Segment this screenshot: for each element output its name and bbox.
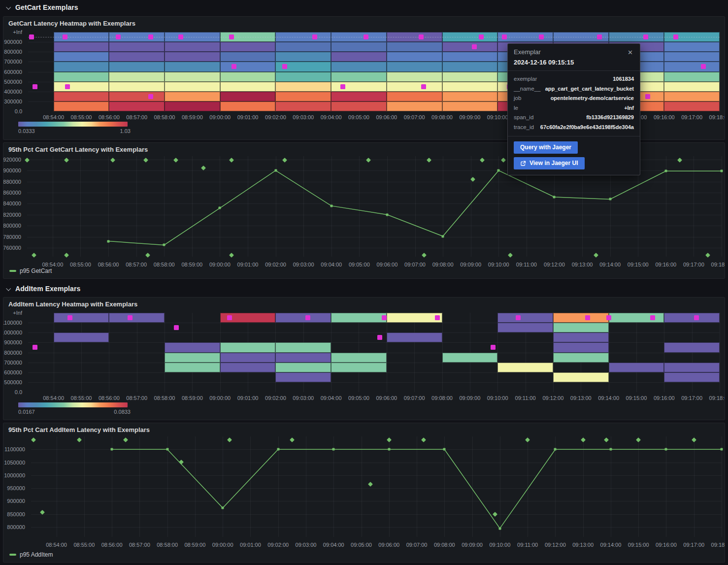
heatmap-cell — [442, 62, 498, 71]
x-tick-label: 09:08:00 — [431, 114, 453, 120]
exemplar-marker[interactable] — [435, 315, 440, 320]
exemplar-marker[interactable] — [539, 34, 544, 39]
y-tick-label: 1000000 — [4, 472, 25, 478]
exemplar-marker[interactable] — [701, 64, 706, 69]
x-tick-label: 09:18:00 — [711, 542, 725, 548]
x-tick-label: 09:06:00 — [376, 114, 397, 120]
query-with-jaeger-button[interactable]: Query with Jaeger — [514, 141, 578, 154]
data-point — [497, 169, 500, 172]
exemplar-marker[interactable] — [340, 84, 345, 89]
exemplar-marker[interactable] — [694, 315, 699, 320]
exemplar-marker[interactable] — [229, 34, 234, 39]
legend-item-p95-additem[interactable]: p95 AddItem — [9, 551, 53, 558]
exemplar-marker[interactable] — [178, 34, 183, 39]
y-tick-label: 0.0 — [15, 389, 22, 395]
exemplar-marker[interactable] — [312, 34, 317, 39]
close-icon[interactable]: ✕ — [626, 48, 635, 57]
y-tick-label: 900000 — [4, 39, 22, 45]
exemplar-marker[interactable] — [421, 84, 426, 89]
heatmap-cell — [497, 313, 553, 323]
exemplar-marker[interactable] — [232, 64, 236, 69]
exemplar-marker[interactable] — [516, 315, 521, 320]
gridline — [720, 313, 720, 392]
heatmap-cell — [220, 353, 276, 363]
section-header-additem[interactable]: AddItem Exemplars — [0, 281, 728, 296]
exemplar-marker[interactable] — [585, 315, 590, 320]
heatmap-cell — [664, 363, 720, 372]
heatmap-cell — [331, 101, 387, 111]
panel-title-additem-heatmap[interactable]: AddItem Latency Heatmap with Exemplars — [8, 300, 137, 308]
exemplar-marker[interactable] — [645, 94, 650, 99]
x-tick-label: 08:55:00 — [73, 542, 95, 548]
heatmap-cell — [275, 363, 331, 372]
panel-title-additem-p95[interactable]: 95th Pct Cart AddItem Latency with Exemp… — [8, 426, 150, 433]
exemplar-marker[interactable] — [382, 315, 387, 320]
x-tick-label: 08:55:00 — [70, 262, 91, 267]
heatmap-cell — [331, 42, 387, 52]
x-tick-label: 09:02:00 — [267, 542, 289, 548]
x-tick-label: 09:08:00 — [434, 542, 455, 548]
series-label: p95 AddItem — [20, 551, 53, 558]
heatmap-cell — [109, 82, 165, 92]
exemplar-marker[interactable] — [116, 34, 121, 39]
exemplar-marker[interactable] — [29, 34, 34, 39]
exemplar-marker[interactable] — [377, 335, 382, 340]
heatmap-cell — [442, 82, 498, 92]
heatmap-cell — [609, 313, 664, 323]
exemplar-marker[interactable] — [479, 34, 484, 39]
exemplar-marker[interactable] — [305, 315, 310, 320]
x-tick-label: 09:09:00 — [462, 542, 483, 548]
x-tick-label: 09:14:00 — [600, 542, 622, 548]
exemplar-marker[interactable] — [472, 44, 477, 49]
heatmap-cell — [109, 42, 165, 52]
exemplar-marker[interactable] — [643, 34, 648, 39]
exemplar-marker[interactable] — [502, 34, 507, 39]
x-tick-label: 09:15:00 — [628, 542, 649, 548]
exemplar-marker[interactable] — [227, 315, 232, 320]
exemplar-marker[interactable] — [174, 325, 179, 330]
view-in-jaeger-button[interactable]: View in Jaeger UI — [514, 157, 585, 169]
exemplar-marker[interactable] — [491, 345, 496, 350]
exemplar-marker[interactable] — [65, 84, 70, 89]
heatmap-cell — [165, 82, 220, 92]
y-tick-label: 700000 — [4, 59, 22, 65]
heatmap-cell — [442, 92, 498, 101]
exemplar-marker[interactable] — [33, 345, 37, 350]
exemplar-marker[interactable] — [148, 34, 153, 39]
exemplar-marker[interactable] — [67, 315, 72, 320]
legend-item-p95-getcart[interactable]: p95 GetCart — [9, 267, 52, 274]
heatmap-cell — [220, 342, 276, 352]
tooltip-title: Exemplar — [514, 48, 541, 56]
x-tick-label: 09:01:00 — [240, 542, 261, 548]
x-tick-label: 08:59:00 — [182, 114, 203, 120]
tooltip-field-value: app_cart_get_cart_latency_bucket — [545, 84, 634, 94]
panel-title-getcart-p95[interactable]: 95th Pct Cart GetCart Latency with Exemp… — [8, 146, 148, 153]
heatmap-cell — [331, 82, 387, 92]
heatmap-cell — [54, 332, 109, 342]
heatmap-cell — [220, 363, 276, 372]
heatmap-cell — [331, 313, 387, 323]
panel-title-getcart-heatmap[interactable]: GetCart Latency Heatmap with Exemplars — [8, 20, 135, 27]
exemplar-marker[interactable] — [419, 34, 424, 39]
exemplar-marker[interactable] — [33, 84, 37, 89]
y-tick-label: 700000 — [4, 360, 22, 366]
gridline — [28, 332, 720, 333]
exemplar-marker[interactable] — [282, 64, 287, 69]
x-tick-label: 09:03:00 — [293, 395, 314, 401]
section-header-getcart[interactable]: GetCart Exemplars — [0, 0, 728, 15]
exemplar-marker[interactable] — [148, 94, 153, 99]
exemplar-marker[interactable] — [606, 315, 611, 320]
x-tick-label: 09:16:00 — [654, 114, 675, 120]
exemplar-marker[interactable] — [673, 34, 678, 39]
exemplar-marker[interactable] — [128, 315, 132, 320]
x-tick-label: 09:09:00 — [459, 395, 480, 401]
y-tick-label: 1100000 — [4, 446, 25, 452]
exemplar-marker[interactable] — [63, 34, 67, 39]
exemplar-marker[interactable] — [364, 34, 368, 39]
heatmap-cell — [664, 92, 720, 101]
exemplar-marker[interactable] — [650, 315, 655, 320]
x-tick-label: 09:01:00 — [237, 395, 259, 401]
y-tick-label: 840000 — [3, 200, 21, 206]
x-tick-label: 09:07:00 — [404, 114, 425, 120]
exemplar-marker[interactable] — [597, 34, 602, 39]
